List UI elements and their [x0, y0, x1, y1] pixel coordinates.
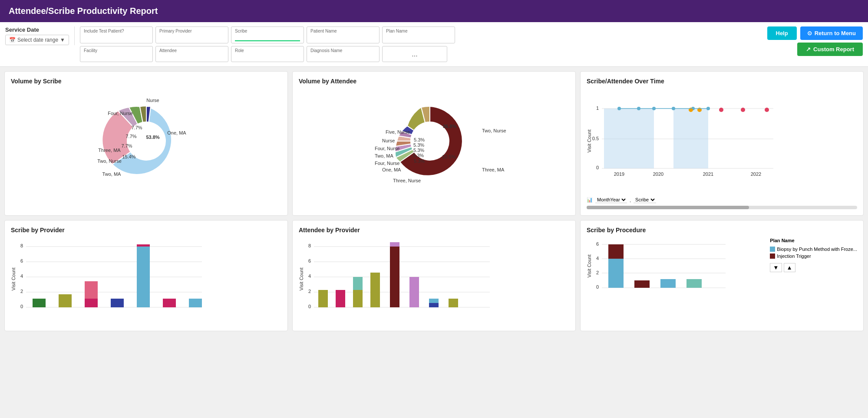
- volume-by-scribe-svg: One, MA Two, MA Two, Nurse Three, MA Fou…: [86, 91, 207, 191]
- scribe-by-procedure-title: Scribe by Procedure: [587, 227, 857, 234]
- svg-text:Nurse: Nurse: [382, 138, 395, 143]
- scribe-label: Scribe: [235, 29, 300, 33]
- svg-text:Four, Nurse: Four, Nurse: [375, 161, 399, 166]
- svg-text:2020: 2020: [653, 171, 663, 177]
- svg-rect-108: [686, 279, 702, 288]
- legend-title: Plan Name: [770, 238, 857, 243]
- svg-text:Three, MA: Three, MA: [482, 167, 505, 172]
- svg-rect-71: [163, 299, 176, 307]
- scribe-by-provider-title: Scribe by Provider: [11, 227, 281, 234]
- svg-text:8: 8: [308, 243, 311, 248]
- facility-input[interactable]: [84, 53, 149, 60]
- date-range-selector[interactable]: 📅 Select date range ▼: [5, 35, 69, 45]
- plan-name-input[interactable]: [386, 33, 451, 40]
- svg-text:One, MA: One, MA: [382, 167, 401, 172]
- svg-rect-91: [409, 277, 419, 307]
- svg-rect-104: [608, 259, 624, 288]
- include-test-label: Include Test Patient?: [84, 29, 149, 33]
- svg-text:Visit Count: Visit Count: [587, 255, 592, 278]
- scribe-by-procedure-svg: 6 4 2 0 Visit Count: [587, 238, 734, 325]
- date-range-text: Select date range: [17, 37, 58, 43]
- dropdown-arrow-icon: ▼: [60, 37, 65, 43]
- facility-label: Facility: [84, 48, 149, 53]
- patient-name-input[interactable]: [310, 33, 376, 40]
- svg-rect-93: [429, 299, 439, 303]
- volume-by-attendee-title: Volume by Attendee: [299, 78, 569, 85]
- svg-point-52: [765, 108, 769, 112]
- svg-rect-92: [429, 303, 439, 307]
- filter-fields-container: Include Test Patient? Primary Provider S…: [80, 26, 764, 62]
- scribe-field: Scribe: [231, 26, 304, 43]
- svg-text:5.3%: 5.3%: [413, 142, 424, 148]
- scribe-over-time-title: Scribe/Attendee Over Time: [587, 78, 857, 85]
- scribe-input[interactable]: [235, 33, 300, 41]
- return-to-menu-button[interactable]: ⊙ Return to Menu: [800, 26, 863, 40]
- filter-top-row: Include Test Patient? Primary Provider S…: [80, 26, 764, 43]
- svg-text:36.8%: 36.8%: [443, 124, 456, 129]
- attendee-input[interactable]: [159, 53, 224, 60]
- svg-rect-85: [336, 290, 345, 307]
- svg-rect-69: [137, 247, 150, 307]
- scrollbar-thumb[interactable]: [587, 206, 749, 209]
- svg-text:7.7%: 7.7%: [125, 134, 136, 139]
- legend-nav: ▼ ▲: [770, 263, 857, 272]
- svg-rect-65: [59, 294, 72, 307]
- scribe-select[interactable]: Scribe: [634, 197, 656, 203]
- svg-text:5.3%: 5.3%: [414, 137, 425, 142]
- svg-text:One, MA: One, MA: [167, 130, 186, 135]
- svg-point-50: [719, 108, 723, 112]
- patient-name-label: Patient Name: [310, 29, 376, 33]
- volume-by-attendee-svg: Two, Nurse Three, Nurse One, MA Four, Nu…: [343, 91, 525, 191]
- legend-color-biopsy: [770, 247, 775, 252]
- chart-controls: 📊 MonthYear , Scribe: [587, 197, 857, 203]
- scrollbar-track: [587, 206, 857, 209]
- role-label: Role: [235, 48, 300, 53]
- calendar-icon: 📅: [9, 37, 16, 43]
- svg-text:2: 2: [20, 289, 23, 294]
- scribe-over-time-svg: 1 0.5 0 Visit Count 2019 2020 2021 2022: [587, 89, 786, 184]
- diagnosis-name-input[interactable]: [310, 53, 376, 60]
- primary-provider-field: Primary Provider: [155, 26, 228, 43]
- svg-text:Visit Count: Visit Count: [299, 268, 304, 291]
- filter-bottom-row: Facility Attendee Role Diagnosis Name ..…: [80, 46, 764, 62]
- svg-text:7.7%: 7.7%: [131, 125, 142, 130]
- legend-prev-button[interactable]: ▼: [770, 263, 782, 272]
- primary-provider-input[interactable]: [159, 33, 224, 40]
- facility-field: Facility: [80, 46, 153, 62]
- plan-name-field: Plan Name: [382, 26, 455, 43]
- scribe-by-provider-chart: 8 6 4 2 0 Visit Count: [11, 238, 281, 325]
- scribe-by-provider-svg: 8 6 4 2 0 Visit Count: [11, 238, 211, 325]
- svg-rect-105: [608, 244, 624, 259]
- more-options-field[interactable]: ...: [382, 46, 447, 62]
- include-test-input[interactable]: [84, 33, 149, 40]
- svg-rect-107: [660, 279, 676, 288]
- svg-rect-68: [111, 299, 124, 307]
- svg-text:Four, Nurse: Four, Nurse: [108, 111, 132, 116]
- primary-provider-label: Primary Provider: [159, 29, 224, 33]
- custom-report-icon: ↗: [806, 46, 811, 53]
- help-button[interactable]: Help: [767, 26, 797, 40]
- attendee-by-provider-card: Attendee by Provider 8 6 4 2 0 Visit Cou…: [292, 220, 576, 331]
- svg-text:0.5: 0.5: [592, 136, 599, 141]
- comma-separator: ,: [630, 197, 631, 203]
- attendee-by-provider-svg: 8 6 4 2 0 Visit Count: [299, 238, 498, 325]
- svg-rect-87: [353, 277, 363, 290]
- filter-bar: Service Date 📅 Select date range ▼ Inclu…: [0, 22, 868, 67]
- svg-text:Two, MA: Two, MA: [375, 153, 393, 158]
- legend-next-button[interactable]: ▲: [784, 263, 795, 272]
- filter-actions: Help ⊙ Return to Menu ↗ Custom Report: [767, 26, 863, 56]
- page-title: Attendee/Scribe Productivity Report: [9, 6, 158, 16]
- role-input[interactable]: [235, 53, 300, 60]
- custom-report-button[interactable]: ↗ Custom Report: [797, 43, 863, 56]
- svg-text:10.5%: 10.5%: [442, 154, 455, 159]
- svg-rect-64: [33, 299, 46, 307]
- volume-by-scribe-title: Volume by Scribe: [11, 78, 281, 85]
- volume-by-attendee-chart: Two, Nurse Three, Nurse One, MA Four, Nu…: [299, 89, 569, 193]
- chart-icon: 📊: [587, 197, 593, 203]
- svg-text:2: 2: [596, 270, 599, 275]
- month-year-select[interactable]: MonthYear: [595, 197, 627, 203]
- scribe-by-procedure-card: Scribe by Procedure 6 4 2 0 Visit Count: [580, 220, 864, 331]
- svg-text:0: 0: [596, 165, 599, 170]
- legend-label-injection: Injection Trigger: [777, 253, 811, 259]
- svg-text:Five, Nurse: Five, Nurse: [386, 129, 410, 135]
